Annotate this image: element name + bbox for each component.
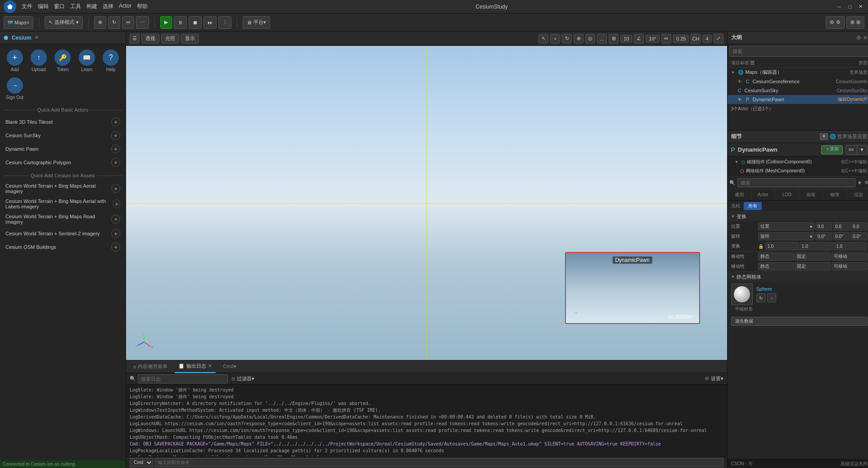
hamburger-menu-button[interactable]: ☰ (130, 34, 140, 44)
log-settings-button[interactable]: 设置▾ (711, 375, 723, 382)
lighting-button[interactable]: 光照 (161, 34, 179, 44)
scale-button[interactable]: ⇔ (122, 16, 134, 29)
tab-misc[interactable]: 杂项 (799, 189, 823, 200)
tree-item-maps[interactable]: ▼ 🌐 Maps（编辑器） 世界场景 (728, 68, 868, 77)
actor-mode-btn-1[interactable]: ≡≡ (846, 145, 857, 154)
details-world-settings-btn[interactable]: 🌐 世界场景设置 (830, 133, 867, 140)
cesium-signout-button[interactable]: → Sign Out (4, 76, 26, 102)
menu-edit[interactable]: 编辑 (38, 3, 49, 10)
mobility-movable-2[interactable]: 可移动 (832, 262, 868, 270)
viewport-icon-btn-3[interactable]: ↻ (562, 34, 572, 44)
outline-close-button[interactable]: ✕ (863, 35, 868, 41)
stop-button[interactable]: ⏹ (189, 16, 202, 29)
cmd-input[interactable] (155, 458, 723, 467)
menu-window[interactable]: 窗口 (54, 3, 65, 10)
add-cesium-sunsky-icon[interactable]: + (111, 131, 120, 140)
scale-x[interactable]: 1.0 (765, 242, 799, 250)
pause-button[interactable]: ⏸ (174, 16, 187, 29)
tab-lod[interactable]: LOD (775, 189, 799, 200)
tree-item-dynamic-pawn[interactable]: 👁 P DynamicPawn 编辑DynamicP (728, 95, 868, 104)
outline-search-input[interactable] (729, 46, 868, 57)
menu-help[interactable]: 帮助 (137, 3, 148, 10)
basic-actor-blank-3d-tiles[interactable]: Blank 3D Tiles Tileset + (4, 115, 122, 129)
cesium-help-button[interactable]: ? Help (100, 48, 122, 74)
visibility-icon-dynamic-pawn[interactable]: 👁 (737, 96, 743, 103)
add-world-terrain-bing-road-icon[interactable]: + (111, 215, 120, 224)
lock-scale-icon[interactable]: 🔒 (758, 244, 764, 249)
rotate-button[interactable]: ↻ (108, 16, 120, 29)
star-filter-icon[interactable]: ★ (857, 180, 862, 186)
settings-button[interactable]: ⚙ ⚙ (826, 16, 845, 29)
add-component-button[interactable]: ＋添加 (821, 145, 843, 154)
menu-build[interactable]: 构建 (86, 3, 97, 10)
layout-button[interactable]: ⊞ ⊞ (846, 16, 864, 29)
cmd-tab[interactable]: Cmd▾ (219, 360, 240, 373)
cesium-learn-button[interactable]: 📖 Learn (76, 48, 98, 74)
transform-section-header[interactable]: ▼ 变换 (728, 212, 868, 221)
viewport-icon-btn-2[interactable]: + (550, 34, 560, 44)
basic-actor-cartographic-polygon[interactable]: Cesium Cartographic Polygon + (4, 156, 122, 169)
cesium-asset-world-terrain-bing-aerial[interactable]: Cesium World Terrain + Bing Maps Aerial … (4, 181, 122, 196)
menu-actor[interactable]: Actor (119, 3, 131, 10)
add-world-terrain-bing-aerial-icon[interactable]: + (112, 184, 120, 193)
viewport-icon-btn-4[interactable]: ⊕ (574, 34, 583, 44)
skip-button[interactable]: ⏭ (203, 16, 217, 29)
rotation-z[interactable]: 0.0° (850, 232, 867, 240)
project-button[interactable]: 🗺 Maps+ (4, 16, 33, 29)
position-z[interactable]: 0.0 (850, 222, 867, 230)
maximize-button[interactable]: □ (846, 3, 854, 10)
output-log-tab[interactable]: 📋 输出日志 ✕ (175, 360, 216, 373)
rotation-x[interactable]: 0.0° (815, 232, 832, 240)
viewport-canvas[interactable]: DynamicPawn 90.000000° X Z Y (126, 46, 727, 360)
mobility-fixed[interactable]: 固定 (795, 252, 831, 261)
viewport-icon-btn-6[interactable]: … (597, 34, 607, 44)
perspective-button[interactable]: 透视 (141, 34, 159, 44)
add-world-terrain-bing-labels-icon[interactable]: + (113, 199, 120, 208)
platform-button[interactable]: 🖥 平台▾ (243, 16, 270, 29)
mesh-refresh-btn[interactable]: ↻ (756, 293, 765, 302)
output-log-close[interactable]: ✕ (208, 363, 212, 369)
tab-render[interactable]: 渲染 (847, 189, 868, 200)
mobility-movable[interactable]: 可移动 (832, 252, 868, 261)
cesium-asset-world-terrain-bing-road[interactable]: Cesium World Terrain + Bing Maps Road im… (4, 212, 122, 227)
cesium-asset-osm-buildings[interactable]: Cesium OSM Buildings + (4, 240, 122, 254)
angle-button[interactable]: ∠ (634, 34, 644, 44)
play-button[interactable]: ▶ (160, 16, 172, 29)
cesium-add-button[interactable]: + Add (4, 48, 26, 74)
mobility-static[interactable]: 静态 (758, 252, 794, 261)
tab-general[interactable]: 通用 (728, 189, 751, 200)
add-dynamic-pawn-icon[interactable]: + (111, 144, 120, 153)
scale-button[interactable]: ⇔ (661, 34, 671, 44)
more-button[interactable]: ⋯ (136, 16, 149, 29)
component-collision[interactable]: ▼ ⬡ 碰撞组件 (CollisionComponent0) 在C++中编辑 (728, 158, 868, 166)
rotation-dropdown[interactable]: 旋转▾ (758, 232, 815, 240)
rotation-y[interactable]: 0.0° (833, 232, 850, 240)
add-cartographic-polygon-icon[interactable]: + (111, 158, 120, 167)
filter-button[interactable]: 过滤器▾ (237, 375, 254, 382)
translate-button[interactable]: ⊕ (94, 16, 106, 29)
add-world-terrain-sentinel-icon[interactable]: + (111, 229, 120, 238)
add-osm-buildings-icon[interactable]: + (111, 243, 120, 252)
show-button[interactable]: 显示 (181, 34, 199, 44)
tab-physics[interactable]: 物理 (823, 189, 847, 200)
menu-file[interactable]: 文件 (22, 3, 32, 10)
tab-actor[interactable]: Actor (751, 189, 775, 200)
cesium-asset-world-terrain-sentinel[interactable]: Cesium World Terrain + Sentinel-2 imager… (4, 227, 122, 240)
tree-item-georeference[interactable]: 👁 C CesiumGeoreference CesiumGeorefe (728, 77, 868, 86)
menu-tools[interactable]: 工具 (70, 3, 81, 10)
basic-actor-cesium-sunsky[interactable]: Cesium SunSky + (4, 129, 122, 142)
details-search-input[interactable] (737, 178, 855, 187)
viewport-icon-btn-1[interactable]: ↖ (538, 34, 548, 44)
position-dropdown[interactable]: 位置▾ (758, 222, 815, 230)
position-x[interactable]: 0.0 (815, 222, 832, 230)
derive-data-button[interactable]: 派生数据 (731, 317, 868, 326)
launch-more-button[interactable]: ⋮ (218, 16, 231, 29)
tree-item-sunsky[interactable]: C CesiumSunSky CesiumSunSky (728, 86, 868, 95)
mesh-find-btn[interactable]: → (767, 293, 776, 302)
cesium-panel-close[interactable]: ✕ (35, 35, 39, 40)
visibility-icon-georeference[interactable]: 👁 (737, 78, 743, 85)
mobility-static-2[interactable]: 静态 (758, 262, 794, 270)
ch-button[interactable]: CH (691, 34, 701, 44)
flow-all-button[interactable]: 所有 (744, 202, 762, 210)
mobility-fixed-2[interactable]: 固定 (795, 262, 831, 270)
